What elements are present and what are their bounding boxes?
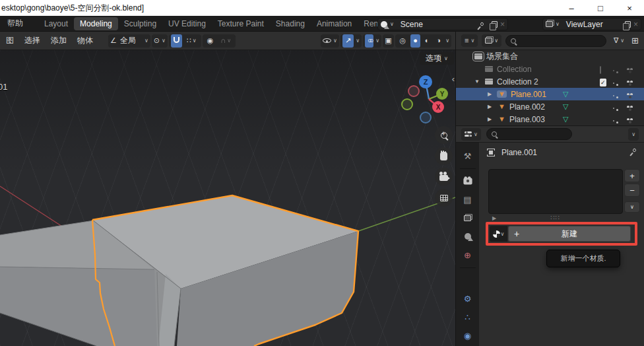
scene-selector[interactable]: ∨ Scene × (377, 18, 508, 30)
grip-handle[interactable]: ∷∷ (550, 214, 560, 221)
object-label[interactable]: Plane.001 (511, 90, 546, 99)
expand-arrow-icon[interactable]: ▶ (492, 215, 496, 221)
filter-dropdown[interactable]: ∇ ∨ (610, 34, 628, 47)
editor-type-dropdown[interactable]: ∨ (461, 128, 481, 141)
tab-physics[interactable]: ◉ (458, 328, 478, 344)
show-overlays-toggle[interactable]: ○○ (365, 34, 373, 48)
copy-icon[interactable] (625, 21, 631, 28)
tab-view-layer[interactable] (458, 210, 478, 226)
display-mode-dropdown[interactable]: ∨ (482, 34, 501, 47)
close-button[interactable]: × (615, 0, 644, 16)
object-visibility-dropdown[interactable]: ∨ (321, 34, 339, 48)
menu-help[interactable]: 帮助 (1, 16, 29, 31)
camera-view-button[interactable] (435, 168, 453, 186)
unlink-icon[interactable]: × (500, 20, 505, 29)
expand-arrow-icon[interactable]: ▶ (488, 104, 492, 110)
workspace-tab-layout[interactable]: Layout (38, 17, 74, 30)
menu-view[interactable]: 图 (1, 33, 18, 48)
tab-world[interactable]: ⊕ (458, 247, 478, 263)
tab-scene[interactable] (458, 228, 478, 245)
pin-icon[interactable] (480, 22, 484, 26)
pivot-point-dropdown[interactable]: ⊙ ∨ (152, 34, 168, 48)
scene-name[interactable]: Scene (397, 20, 427, 29)
tab-output[interactable]: ▤ (458, 191, 478, 208)
row-plane-001[interactable]: ▶ ▼ Plane.001 ▽ (456, 88, 644, 100)
pan-button[interactable] (435, 147, 453, 165)
snap-toggle[interactable] (171, 34, 182, 48)
tab-tool[interactable]: ⚒ (458, 148, 478, 164)
menu-select[interactable]: 选择 (20, 33, 45, 48)
chevron-down-icon[interactable]: ∨ (390, 21, 394, 27)
breadcrumb-object-name[interactable]: Plane.001 (501, 148, 537, 157)
proportional-edit-toggle[interactable]: ◉ (205, 34, 216, 48)
workspace-tab-modeling[interactable]: Modeling (74, 17, 118, 30)
collection-label[interactable]: Collection 2 (497, 77, 538, 86)
workspace-tab-sculpting[interactable]: Sculpting (118, 17, 162, 30)
xray-toggle[interactable]: ▣ (383, 34, 393, 48)
mesh-object-icon: ▼ (498, 103, 505, 110)
exclude-checkbox[interactable]: ✓ (600, 79, 606, 86)
scene-collection-label[interactable]: 场景集合 (486, 51, 518, 62)
chevron-down-icon[interactable]: ∨ (375, 38, 379, 44)
show-gizmo-toggle[interactable]: ↗ (342, 34, 354, 48)
add-slot-button[interactable]: + (624, 169, 640, 182)
expand-arrow-icon[interactable]: ▶ (488, 91, 492, 97)
row-plane-003[interactable]: ▶ ▼ Plane.003 ▽ (456, 113, 644, 125)
properties-search-input[interactable] (486, 128, 572, 140)
remove-icon[interactable]: × (633, 20, 638, 29)
menu-object[interactable]: 物体 (73, 33, 98, 48)
maximize-button[interactable]: □ (586, 0, 615, 16)
new-collection-icon[interactable]: ⊞ (631, 36, 639, 45)
shading-material-preview[interactable]: ◐ (422, 34, 432, 48)
tab-modifiers[interactable]: ⚙ (458, 291, 478, 307)
workspace-tab-texture-paint[interactable]: Texture Paint (212, 17, 270, 30)
object-label[interactable]: Plane.002 (509, 102, 545, 112)
tab-separator (460, 267, 476, 268)
view-layer-selector[interactable]: ∨ ViewLayer × (542, 18, 641, 30)
zoom-button[interactable] (435, 126, 453, 144)
falloff-dropdown[interactable]: ∩ ∨ (218, 34, 234, 48)
expand-arrow-icon[interactable]: ▼ (474, 79, 480, 85)
tab-render[interactable] (458, 173, 478, 190)
shading-rendered[interactable]: ◑ (434, 34, 443, 48)
viewport-3d[interactable]: 01 选项 ∨ ‹ Z Y X (0, 50, 455, 346)
row-collection-1[interactable]: Collection (456, 63, 644, 75)
chevron-down-icon: ∨ (631, 131, 635, 137)
view-layer-name[interactable]: ViewLayer (562, 20, 607, 29)
snap-with-dropdown[interactable]: ∷ ∨ (184, 34, 199, 48)
shading-solid[interactable]: ● (410, 34, 420, 48)
editor-type-dropdown[interactable]: ≡ ∨ (461, 34, 478, 47)
workspace-tab-shading[interactable]: Shading (270, 17, 311, 30)
remove-slot-button[interactable]: − (624, 184, 640, 197)
transform-orientation-dropdown[interactable]: ∠ 全局 ∨ (108, 34, 150, 48)
copy-icon[interactable] (492, 21, 498, 28)
material-slots-list[interactable] (488, 169, 623, 214)
chevron-down-icon[interactable]: ∨ (356, 38, 360, 44)
exclude-checkbox[interactable] (600, 66, 601, 74)
chevron-down-icon[interactable]: ∨ (556, 21, 560, 27)
row-collection-2[interactable]: ▼ Collection 2 ✓ (456, 75, 644, 88)
options-dropdown[interactable]: ∨ (628, 128, 639, 141)
navigation-gizmo[interactable]: Z Y X (396, 70, 455, 129)
object-label[interactable]: Plane.003 (509, 115, 545, 124)
tab-particles[interactable]: ∴ (458, 309, 478, 326)
pin-icon[interactable] (632, 148, 637, 153)
window-controls: – □ × (557, 0, 644, 16)
collection-label[interactable]: Collection (497, 65, 532, 74)
chevron-down-icon[interactable]: ∨ (445, 38, 449, 44)
outliner-search-input[interactable] (505, 35, 606, 47)
workspace-tab-animation[interactable]: Animation (311, 17, 358, 30)
row-plane-002[interactable]: ▶ ▼ Plane.002 ▽ (456, 100, 644, 113)
rendered-sphere-icon: ◑ (436, 37, 441, 44)
expand-arrow-icon[interactable]: ▶ (488, 116, 492, 122)
row-scene-collection[interactable]: 场景集合 (456, 50, 644, 63)
minimize-button[interactable]: – (557, 0, 586, 16)
workspace-tab-uv-editing[interactable]: UV Editing (162, 17, 212, 30)
slot-specials-dropdown[interactable]: ∨ (624, 201, 640, 213)
shading-wireframe[interactable]: ◎ (397, 34, 409, 48)
menu-add[interactable]: 添加 (46, 33, 71, 48)
tab-object[interactable] (458, 272, 478, 289)
proportional-edit-icon: ◉ (207, 37, 214, 44)
options-dropdown-button[interactable]: 选项 ∨ (420, 52, 454, 65)
perspective-toggle-button[interactable] (435, 189, 453, 207)
